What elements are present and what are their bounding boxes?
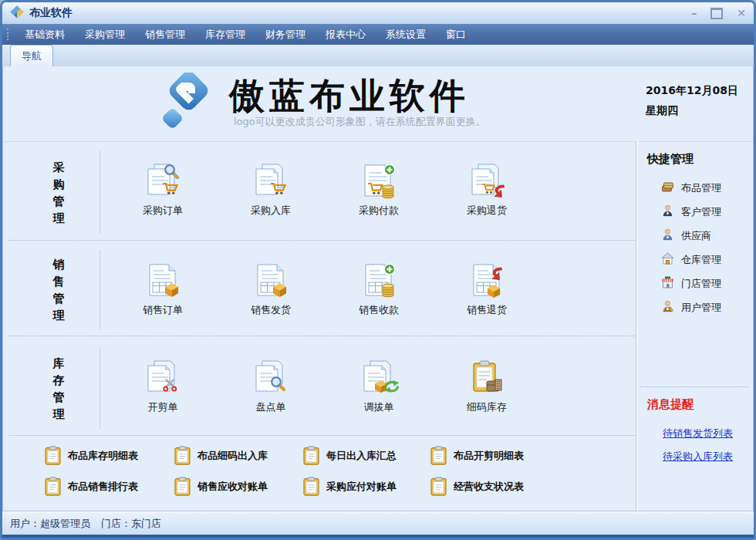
menu-item-inventory-mgmt[interactable]: 库存管理 (195, 25, 255, 45)
report-sales-receivable-statement[interactable]: 销售应收对账单 (174, 477, 268, 496)
purchase-return-label: 采购退货 (433, 204, 541, 218)
report-fabric-stock-detail[interactable]: 布品库存明细表 (45, 446, 138, 465)
purchase-inbound-item[interactable]: 采购入库 (217, 164, 325, 218)
section-inventory: 库存管理开剪单盘点单调拔单细码库存 (8, 342, 635, 435)
purchase-inbound-icon (217, 164, 325, 201)
sales-order-label: 销售订单 (109, 303, 217, 317)
sidebar-item-label: 布品管理 (681, 181, 721, 195)
brand-logo-icon (160, 73, 211, 134)
section-divider (100, 348, 100, 429)
clipboard-icon (45, 446, 61, 465)
supplier-icon (661, 228, 674, 243)
report-purchase-payable-statement[interactable]: 采购应付对账单 (303, 477, 397, 496)
report-label: 布品细码出入库 (197, 449, 268, 463)
sidebar-item-label: 供应商 (681, 229, 711, 243)
sidebar-item-supplier[interactable]: 供应商 (647, 224, 754, 248)
header-band: 傲蓝布业软件 logo可以更改成贵公司形象图，请在系统配置界面更换。 2016年… (4, 66, 752, 142)
quick-manage-title: 快捷管理 (647, 152, 754, 167)
cutting-order-icon (109, 360, 217, 397)
sales-receipt-label: 销售收款 (325, 303, 433, 317)
detail-stock-icon (433, 360, 541, 397)
brand-subtitle: logo可以更改成贵公司形象图，请在系统配置界面更换。 (234, 115, 486, 129)
minimize-button[interactable]: – (691, 8, 697, 19)
transfer-order-label: 调拔单 (325, 400, 433, 414)
report-label: 布品库存明细表 (68, 449, 138, 463)
tab-strip: 导航 (2, 45, 754, 66)
date-display: 2016年12月08日 星期四 (646, 80, 738, 120)
section-label-inventory: 库存管理 (32, 355, 86, 423)
clipboard-icon (430, 446, 447, 465)
purchase-inbound-label: 采购入库 (217, 204, 325, 218)
sales-shipment-item[interactable]: 销售发货 (217, 263, 325, 317)
message-link-pending-purchase-inbound[interactable]: 待采购入库列表 (663, 445, 733, 468)
report-daily-inout-summary[interactable]: 每日出入库汇总 (303, 446, 397, 465)
report-operating-income-expense[interactable]: 经营收支状况表 (430, 477, 524, 496)
sales-return-item[interactable]: 销售退货 (433, 263, 541, 317)
status-store: 门店：东门店 (101, 517, 161, 531)
sidebar-item-fabric-mgmt[interactable]: 布品管理 (647, 176, 754, 200)
date-line: 2016年12月08日 (646, 80, 738, 100)
sales-shipment-icon (217, 263, 325, 300)
purchase-return-icon (433, 164, 541, 201)
sidebar-item-label: 仓库管理 (681, 253, 721, 267)
sales-receipt-icon (325, 263, 433, 300)
row-divider (8, 435, 635, 436)
menu-item-report-center[interactable]: 报表中心 (316, 25, 376, 45)
menu-item-finance-mgmt[interactable]: 财务管理 (255, 25, 316, 45)
section-label-sales: 销售管理 (32, 256, 86, 324)
tab-navigation[interactable]: 导航 (10, 45, 53, 66)
section-sales: 销售管理销售订单销售发货销售收款销售退货 (8, 245, 635, 336)
maximize-button[interactable] (710, 8, 723, 19)
sidebar-item-customer-mgmt[interactable]: 客户管理 (647, 200, 754, 224)
report-label: 销售应收对账单 (197, 480, 268, 494)
status-bar: 用户：超级管理员 门店：东门店 (2, 511, 754, 535)
section-purchase: 采购管理采购订单采购入库采购付款采购退货 (8, 145, 635, 240)
report-label: 布品开剪明细表 (454, 449, 524, 463)
sales-order-item[interactable]: 销售订单 (109, 263, 217, 317)
message-link-pending-sales-shipment[interactable]: 待销售发货列表 (663, 422, 733, 445)
clipboard-icon (303, 477, 319, 496)
transfer-order-item[interactable]: 调拔单 (325, 360, 433, 414)
menu-item-window-menu[interactable]: 窗口 (436, 25, 476, 45)
sidebar-item-warehouse-mgmt[interactable]: 仓库管理 (647, 248, 754, 272)
row-divider (8, 336, 635, 336)
menu-item-basic-data[interactable]: 基础资料 (15, 25, 75, 45)
report-fabric-cutting-detail[interactable]: 布品开剪明细表 (430, 446, 524, 465)
report-fabric-sales-ranking[interactable]: 布品销售排行表 (45, 477, 138, 496)
sidebar-item-user-mgmt[interactable]: 用户管理 (647, 295, 754, 319)
transfer-order-icon (325, 360, 433, 397)
purchase-payment-label: 采购付款 (325, 204, 433, 218)
purchase-payment-icon (325, 164, 433, 201)
detail-stock-item[interactable]: 细码库存 (433, 360, 541, 414)
clipboard-icon (174, 477, 191, 496)
cutting-order-label: 开剪单 (109, 400, 217, 414)
purchase-return-item[interactable]: 采购退货 (433, 164, 541, 218)
report-label: 布品销售排行表 (68, 480, 138, 494)
report-label: 每日出入库汇总 (326, 449, 397, 463)
sidebar-item-store-mgmt[interactable]: 门店管理 (647, 272, 754, 295)
section-label-purchase: 采购管理 (32, 159, 86, 227)
sales-return-icon (433, 263, 541, 300)
title-bar: 布业软件 – ✕ (2, 2, 754, 25)
close-button[interactable]: ✕ (737, 8, 746, 19)
menu-item-purchase-mgmt[interactable]: 采购管理 (75, 25, 135, 45)
menu-bar: 基础资料采购管理销售管理库存管理财务管理报表中心系统设置窗口 (2, 24, 754, 45)
menu-item-sales-mgmt[interactable]: 销售管理 (135, 25, 195, 45)
customer-icon (661, 204, 674, 219)
purchase-order-item[interactable]: 采购订单 (109, 164, 217, 218)
purchase-payment-item[interactable]: 采购付款 (325, 164, 433, 218)
clipboard-icon (303, 446, 319, 465)
sales-order-icon (109, 263, 217, 300)
purchase-order-icon (109, 164, 217, 201)
purchase-order-label: 采购订单 (109, 204, 217, 218)
user-icon (661, 300, 674, 315)
sidebar-item-label: 客户管理 (681, 205, 721, 219)
sales-receipt-item[interactable]: 销售收款 (325, 263, 433, 317)
app-icon (10, 5, 24, 22)
menu-item-system-settings[interactable]: 系统设置 (376, 25, 436, 45)
stocktake-order-item[interactable]: 盘点单 (217, 360, 325, 414)
report-fabric-code-inout[interactable]: 布品细码出入库 (174, 446, 268, 465)
cutting-order-item[interactable]: 开剪单 (109, 360, 217, 414)
app-window: 布业软件 – ✕ 基础资料采购管理销售管理库存管理财务管理报表中心系统设置窗口 … (0, 0, 756, 540)
stocktake-order-icon (217, 360, 325, 397)
